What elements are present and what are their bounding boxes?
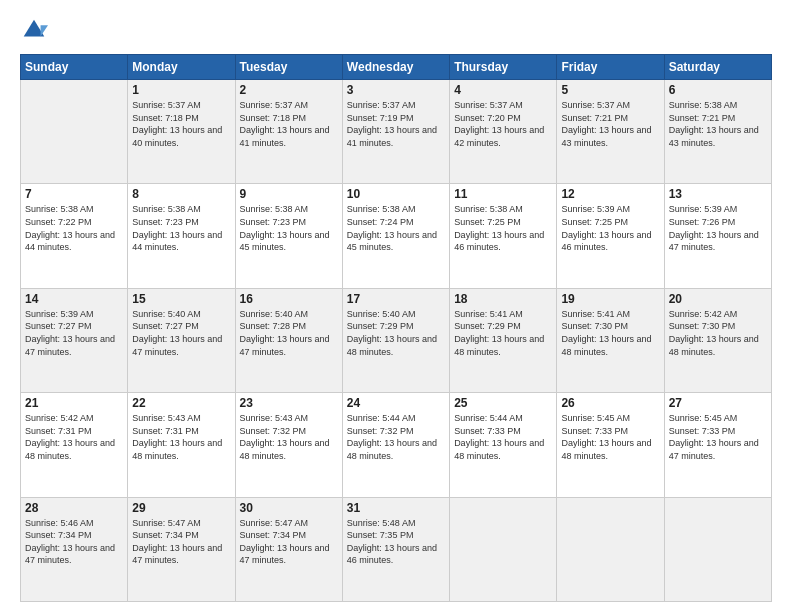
day-info: Sunrise: 5:38 AMSunset: 7:21 PMDaylight:… <box>669 99 767 149</box>
day-info: Sunrise: 5:45 AMSunset: 7:33 PMDaylight:… <box>561 412 659 462</box>
day-number: 10 <box>347 187 445 201</box>
day-info: Sunrise: 5:37 AMSunset: 7:20 PMDaylight:… <box>454 99 552 149</box>
day-number: 13 <box>669 187 767 201</box>
day-number: 28 <box>25 501 123 515</box>
calendar-cell: 21Sunrise: 5:42 AMSunset: 7:31 PMDayligh… <box>21 393 128 497</box>
calendar-cell: 1Sunrise: 5:37 AMSunset: 7:18 PMDaylight… <box>128 80 235 184</box>
calendar-cell: 4Sunrise: 5:37 AMSunset: 7:20 PMDaylight… <box>450 80 557 184</box>
day-number: 14 <box>25 292 123 306</box>
calendar-cell: 22Sunrise: 5:43 AMSunset: 7:31 PMDayligh… <box>128 393 235 497</box>
weekday-monday: Monday <box>128 55 235 80</box>
day-info: Sunrise: 5:38 AMSunset: 7:24 PMDaylight:… <box>347 203 445 253</box>
logo-icon <box>20 16 48 44</box>
day-info: Sunrise: 5:43 AMSunset: 7:32 PMDaylight:… <box>240 412 338 462</box>
day-info: Sunrise: 5:38 AMSunset: 7:25 PMDaylight:… <box>454 203 552 253</box>
calendar-cell: 3Sunrise: 5:37 AMSunset: 7:19 PMDaylight… <box>342 80 449 184</box>
day-number: 26 <box>561 396 659 410</box>
weekday-header-row: SundayMondayTuesdayWednesdayThursdayFrid… <box>21 55 772 80</box>
day-number: 9 <box>240 187 338 201</box>
day-info: Sunrise: 5:42 AMSunset: 7:31 PMDaylight:… <box>25 412 123 462</box>
day-info: Sunrise: 5:48 AMSunset: 7:35 PMDaylight:… <box>347 517 445 567</box>
calendar-cell: 10Sunrise: 5:38 AMSunset: 7:24 PMDayligh… <box>342 184 449 288</box>
weekday-wednesday: Wednesday <box>342 55 449 80</box>
day-number: 6 <box>669 83 767 97</box>
calendar-cell: 26Sunrise: 5:45 AMSunset: 7:33 PMDayligh… <box>557 393 664 497</box>
day-number: 25 <box>454 396 552 410</box>
header <box>20 16 772 44</box>
day-info: Sunrise: 5:39 AMSunset: 7:26 PMDaylight:… <box>669 203 767 253</box>
day-number: 8 <box>132 187 230 201</box>
calendar-row-0: 1Sunrise: 5:37 AMSunset: 7:18 PMDaylight… <box>21 80 772 184</box>
svg-marker-1 <box>41 25 48 36</box>
calendar-cell: 11Sunrise: 5:38 AMSunset: 7:25 PMDayligh… <box>450 184 557 288</box>
logo <box>20 16 52 44</box>
weekday-thursday: Thursday <box>450 55 557 80</box>
calendar: SundayMondayTuesdayWednesdayThursdayFrid… <box>20 54 772 602</box>
day-info: Sunrise: 5:44 AMSunset: 7:32 PMDaylight:… <box>347 412 445 462</box>
day-info: Sunrise: 5:37 AMSunset: 7:18 PMDaylight:… <box>240 99 338 149</box>
calendar-cell: 8Sunrise: 5:38 AMSunset: 7:23 PMDaylight… <box>128 184 235 288</box>
day-info: Sunrise: 5:39 AMSunset: 7:25 PMDaylight:… <box>561 203 659 253</box>
day-info: Sunrise: 5:40 AMSunset: 7:29 PMDaylight:… <box>347 308 445 358</box>
calendar-cell: 31Sunrise: 5:48 AMSunset: 7:35 PMDayligh… <box>342 497 449 601</box>
calendar-cell: 6Sunrise: 5:38 AMSunset: 7:21 PMDaylight… <box>664 80 771 184</box>
calendar-cell: 15Sunrise: 5:40 AMSunset: 7:27 PMDayligh… <box>128 288 235 392</box>
weekday-saturday: Saturday <box>664 55 771 80</box>
day-number: 2 <box>240 83 338 97</box>
day-info: Sunrise: 5:38 AMSunset: 7:23 PMDaylight:… <box>240 203 338 253</box>
day-number: 18 <box>454 292 552 306</box>
calendar-cell <box>450 497 557 601</box>
day-number: 5 <box>561 83 659 97</box>
day-info: Sunrise: 5:38 AMSunset: 7:22 PMDaylight:… <box>25 203 123 253</box>
day-number: 30 <box>240 501 338 515</box>
calendar-row-3: 21Sunrise: 5:42 AMSunset: 7:31 PMDayligh… <box>21 393 772 497</box>
day-info: Sunrise: 5:37 AMSunset: 7:19 PMDaylight:… <box>347 99 445 149</box>
calendar-cell: 20Sunrise: 5:42 AMSunset: 7:30 PMDayligh… <box>664 288 771 392</box>
day-info: Sunrise: 5:42 AMSunset: 7:30 PMDaylight:… <box>669 308 767 358</box>
day-number: 15 <box>132 292 230 306</box>
calendar-row-2: 14Sunrise: 5:39 AMSunset: 7:27 PMDayligh… <box>21 288 772 392</box>
calendar-cell: 12Sunrise: 5:39 AMSunset: 7:25 PMDayligh… <box>557 184 664 288</box>
day-number: 4 <box>454 83 552 97</box>
calendar-cell: 27Sunrise: 5:45 AMSunset: 7:33 PMDayligh… <box>664 393 771 497</box>
day-info: Sunrise: 5:37 AMSunset: 7:18 PMDaylight:… <box>132 99 230 149</box>
day-number: 7 <box>25 187 123 201</box>
calendar-cell: 28Sunrise: 5:46 AMSunset: 7:34 PMDayligh… <box>21 497 128 601</box>
calendar-cell <box>557 497 664 601</box>
day-info: Sunrise: 5:46 AMSunset: 7:34 PMDaylight:… <box>25 517 123 567</box>
day-info: Sunrise: 5:43 AMSunset: 7:31 PMDaylight:… <box>132 412 230 462</box>
day-info: Sunrise: 5:38 AMSunset: 7:23 PMDaylight:… <box>132 203 230 253</box>
day-info: Sunrise: 5:39 AMSunset: 7:27 PMDaylight:… <box>25 308 123 358</box>
calendar-cell <box>21 80 128 184</box>
weekday-friday: Friday <box>557 55 664 80</box>
calendar-cell: 7Sunrise: 5:38 AMSunset: 7:22 PMDaylight… <box>21 184 128 288</box>
day-info: Sunrise: 5:40 AMSunset: 7:27 PMDaylight:… <box>132 308 230 358</box>
day-number: 24 <box>347 396 445 410</box>
day-number: 23 <box>240 396 338 410</box>
calendar-row-1: 7Sunrise: 5:38 AMSunset: 7:22 PMDaylight… <box>21 184 772 288</box>
calendar-cell: 13Sunrise: 5:39 AMSunset: 7:26 PMDayligh… <box>664 184 771 288</box>
calendar-cell <box>664 497 771 601</box>
day-number: 29 <box>132 501 230 515</box>
calendar-cell: 16Sunrise: 5:40 AMSunset: 7:28 PMDayligh… <box>235 288 342 392</box>
day-number: 3 <box>347 83 445 97</box>
calendar-cell: 9Sunrise: 5:38 AMSunset: 7:23 PMDaylight… <box>235 184 342 288</box>
day-number: 11 <box>454 187 552 201</box>
day-number: 16 <box>240 292 338 306</box>
calendar-cell: 18Sunrise: 5:41 AMSunset: 7:29 PMDayligh… <box>450 288 557 392</box>
page: SundayMondayTuesdayWednesdayThursdayFrid… <box>0 0 792 612</box>
day-number: 19 <box>561 292 659 306</box>
day-number: 1 <box>132 83 230 97</box>
day-number: 12 <box>561 187 659 201</box>
day-number: 20 <box>669 292 767 306</box>
day-info: Sunrise: 5:37 AMSunset: 7:21 PMDaylight:… <box>561 99 659 149</box>
calendar-cell: 24Sunrise: 5:44 AMSunset: 7:32 PMDayligh… <box>342 393 449 497</box>
day-info: Sunrise: 5:47 AMSunset: 7:34 PMDaylight:… <box>240 517 338 567</box>
calendar-cell: 30Sunrise: 5:47 AMSunset: 7:34 PMDayligh… <box>235 497 342 601</box>
calendar-cell: 25Sunrise: 5:44 AMSunset: 7:33 PMDayligh… <box>450 393 557 497</box>
weekday-tuesday: Tuesday <box>235 55 342 80</box>
calendar-cell: 29Sunrise: 5:47 AMSunset: 7:34 PMDayligh… <box>128 497 235 601</box>
calendar-cell: 17Sunrise: 5:40 AMSunset: 7:29 PMDayligh… <box>342 288 449 392</box>
day-number: 31 <box>347 501 445 515</box>
day-number: 21 <box>25 396 123 410</box>
